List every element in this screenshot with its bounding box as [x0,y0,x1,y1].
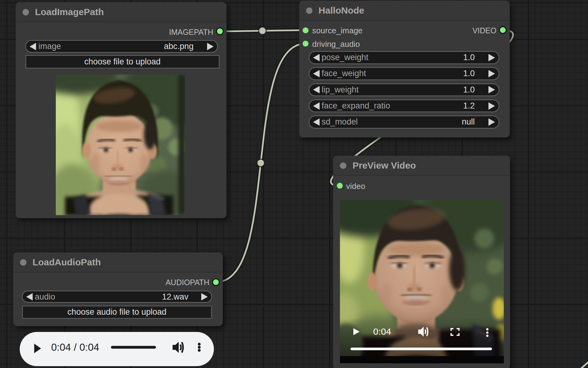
svg-text:0:04 / 0:04: 0:04 / 0:04 [51,341,99,353]
svg-text:0:04: 0:04 [373,327,391,337]
